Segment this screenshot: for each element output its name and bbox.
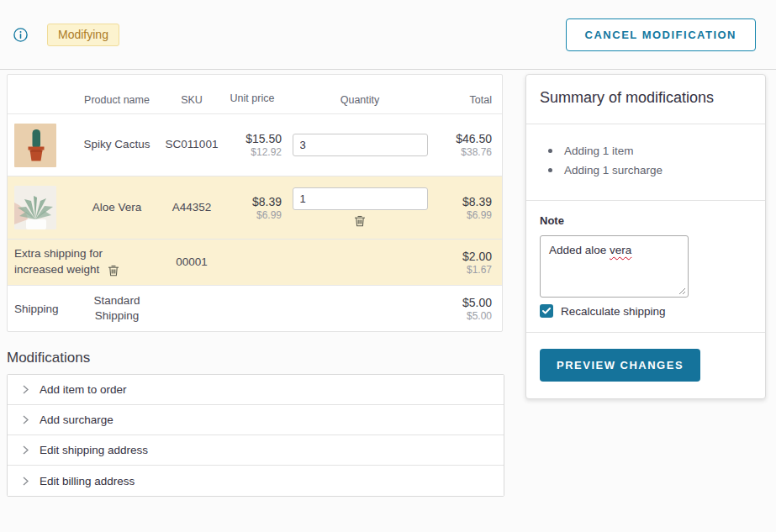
unit-price-secondary: $12.92 <box>226 146 282 158</box>
accordion-edit-shipping-address[interactable]: Edit shipping address <box>8 435 504 466</box>
surcharge-label: Extra shipping for increased weight <box>14 247 103 275</box>
preview-section: PREVIEW CHANGES <box>526 333 765 398</box>
modifications-accordion: Add item to order Add surcharge Edit shi… <box>7 374 504 497</box>
shipping-label: Shipping <box>14 303 77 315</box>
chevron-right-icon <box>23 415 29 424</box>
order-items-table: Product name SKU Unit price Quantity Tot… <box>7 74 503 332</box>
row-total: $2.00 <box>438 250 492 263</box>
table-row-shipping: Shipping Standard Shipping $5.00 $5.00 <box>8 286 502 331</box>
header-sku: SKU <box>157 94 226 106</box>
unit-price-secondary: $6.99 <box>226 209 282 221</box>
summary-bullets-section: Adding 1 item Adding 1 surcharge <box>526 124 765 201</box>
product-sku: SC011001 <box>157 137 226 152</box>
info-icon[interactable] <box>13 28 28 42</box>
shipping-method: Standard Shipping <box>77 293 157 324</box>
cactus-thumb-image <box>14 124 56 167</box>
surcharge-label-cell: Extra shipping for increased weight <box>14 246 157 277</box>
remove-item-button[interactable] <box>352 213 367 229</box>
status-badge: Modifying <box>47 24 119 46</box>
table-row-spiky-cactus: Spiky Cactus SC011001 $15.50 $12.92 $46.… <box>8 114 502 176</box>
header-total: Total <box>438 94 502 106</box>
summary-title-section: Summary of modifications <box>526 75 765 124</box>
header-quantity: Quantity <box>282 94 438 106</box>
unit-price: $8.39 <box>226 195 282 208</box>
chevron-right-icon <box>23 385 29 394</box>
chevron-right-icon <box>23 445 29 455</box>
recalculate-shipping-label: Recalculate shipping <box>561 305 666 318</box>
left-column: Product name SKU Unit price Quantity Tot… <box>7 74 503 497</box>
recalculate-shipping-checkbox-row[interactable]: Recalculate shipping <box>540 304 752 318</box>
accordion-add-item-to-order[interactable]: Add item to order <box>8 375 504 405</box>
surcharge-sku: 00001 <box>157 255 226 270</box>
note-label: Note <box>540 214 752 227</box>
product-sku: A44352 <box>157 200 226 215</box>
product-name: Aloe Vera <box>77 200 157 215</box>
summary-bullet-list: Adding 1 item Adding 1 surcharge <box>540 136 752 188</box>
aloe-thumb-image <box>14 186 56 229</box>
row-total-secondary: $6.99 <box>438 209 492 221</box>
row-total-secondary: $38.76 <box>438 146 492 158</box>
table-row-surcharge: Extra shipping for increased weight 0000… <box>8 240 502 286</box>
product-name: Spiky Cactus <box>77 137 157 152</box>
right-column: Summary of modifications Adding 1 item A… <box>525 74 766 497</box>
summary-bullet: Adding 1 item <box>548 145 752 157</box>
row-total: $8.39 <box>438 195 492 208</box>
preview-changes-button[interactable]: PREVIEW CHANGES <box>540 349 700 382</box>
note-section: Note Added aloe vera Recalculate shippin… <box>526 201 765 333</box>
accordion-label: Add surcharge <box>40 413 113 426</box>
trash-icon <box>354 214 366 227</box>
accordion-add-surcharge[interactable]: Add surcharge <box>8 405 504 435</box>
row-total: $46.50 <box>438 132 492 145</box>
accordion-label: Edit billing address <box>40 475 135 487</box>
row-total-secondary: $1.67 <box>438 264 492 276</box>
header-unit-price: Unit price <box>226 91 282 106</box>
note-text: Added aloe <box>549 244 610 256</box>
table-header-row: Product name SKU Unit price Quantity Tot… <box>8 75 502 114</box>
note-textarea[interactable]: Added aloe vera <box>540 235 689 298</box>
summary-of-modifications-panel: Summary of modifications Adding 1 item A… <box>525 74 766 399</box>
quantity-input[interactable] <box>293 187 428 210</box>
accordion-label: Add item to order <box>40 383 127 396</box>
remove-surcharge-button[interactable] <box>106 262 121 278</box>
header-product-name: Product name <box>77 94 157 106</box>
quantity-input[interactable] <box>293 134 428 156</box>
summary-title: Summary of modifications <box>540 87 752 112</box>
cancel-modification-button[interactable]: CANCEL MODIFICATION <box>566 18 756 51</box>
row-total-secondary: $5.00 <box>438 310 492 322</box>
top-bar: Modifying CANCEL MODIFICATION <box>0 0 776 70</box>
checkbox-checked-icon[interactable] <box>540 304 553 318</box>
note-text-misspelled: vera <box>610 244 631 256</box>
summary-bullet: Adding 1 surcharge <box>548 164 752 176</box>
main-content: Product name SKU Unit price Quantity Tot… <box>0 70 776 497</box>
unit-price: $15.50 <box>226 132 282 145</box>
chevron-right-icon <box>23 477 29 486</box>
trash-icon <box>108 264 119 277</box>
resize-grip-icon[interactable] <box>678 287 686 295</box>
accordion-edit-billing-address[interactable]: Edit billing address <box>8 466 504 496</box>
row-total: $5.00 <box>438 296 492 309</box>
table-row-aloe-vera: Aloe Vera A44352 $8.39 $6.99 <box>8 176 502 240</box>
accordion-label: Edit shipping address <box>40 444 148 456</box>
modifications-title: Modifications <box>7 350 503 366</box>
